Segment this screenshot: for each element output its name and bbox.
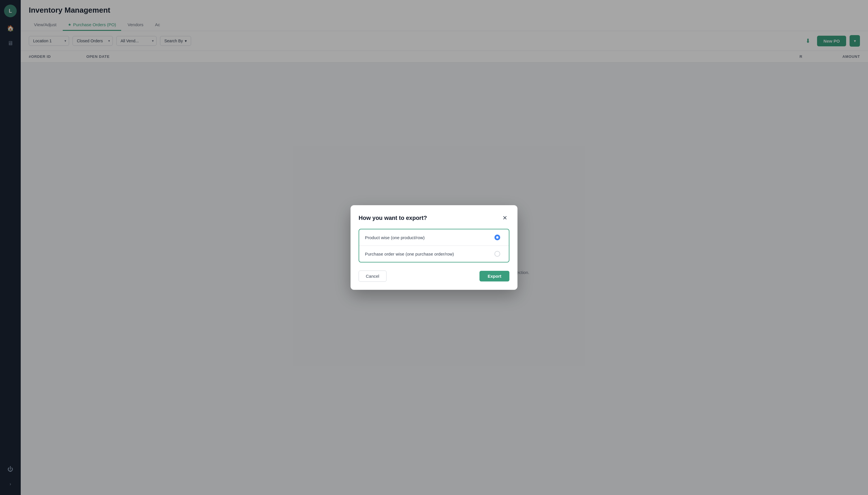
radio-unselected-icon bbox=[494, 251, 500, 257]
modal-title: How you want to export? bbox=[359, 215, 427, 221]
export-option-po-wise-label: Purchase order wise (one purchase order/… bbox=[359, 246, 486, 261]
export-modal: How you want to export? ✕ Product wise (… bbox=[351, 205, 517, 290]
export-option-product-wise[interactable]: Product wise (one product/row) bbox=[359, 229, 509, 246]
radio-selected-icon bbox=[494, 235, 500, 240]
modal-close-button[interactable]: ✕ bbox=[500, 213, 509, 222]
cancel-button[interactable]: Cancel bbox=[359, 271, 387, 282]
export-option-product-wise-label: Product wise (one product/row) bbox=[359, 230, 486, 245]
modal-footer: Cancel Export bbox=[359, 271, 509, 282]
export-option-po-wise-radio[interactable] bbox=[486, 246, 509, 262]
export-option-po-wise[interactable]: Purchase order wise (one purchase order/… bbox=[359, 246, 509, 262]
export-submit-button[interactable]: Export bbox=[479, 271, 509, 281]
export-option-product-wise-radio[interactable] bbox=[486, 229, 509, 245]
modal-header: How you want to export? ✕ bbox=[359, 213, 509, 222]
export-options-table: Product wise (one product/row) Purchase … bbox=[359, 229, 509, 262]
modal-overlay[interactable]: How you want to export? ✕ Product wise (… bbox=[0, 0, 868, 495]
